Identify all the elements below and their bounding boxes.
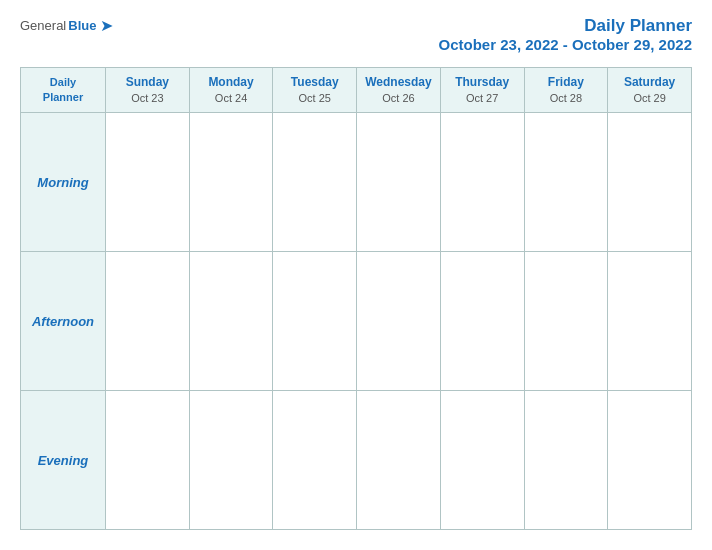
table-row-afternoon: Afternoon [21,252,692,391]
cell-morning-sun[interactable] [106,113,190,252]
page-header: General Blue ➤ Daily Planner October 23,… [20,16,692,53]
col-header-monday: Monday Oct 24 [189,68,273,113]
cell-morning-fri[interactable] [524,113,608,252]
cell-morning-sat[interactable] [608,113,692,252]
cell-evening-sat[interactable] [608,391,692,530]
cell-evening-fri[interactable] [524,391,608,530]
cell-evening-wed[interactable] [357,391,441,530]
col-header-saturday: Saturday Oct 29 [608,68,692,113]
row-label-evening: Evening [21,391,106,530]
cell-afternoon-sat[interactable] [608,252,692,391]
col-header-wednesday: Wednesday Oct 26 [357,68,441,113]
col-header-thursday: Thursday Oct 27 [440,68,524,113]
row-label-morning: Morning [21,113,106,252]
cell-morning-wed[interactable] [357,113,441,252]
table-header-row: Daily Planner Sunday Oct 23 Monday Oct 2… [21,68,692,113]
date-range: October 23, 2022 - October 29, 2022 [439,36,692,53]
col-header-tuesday: Tuesday Oct 25 [273,68,357,113]
title-area: Daily Planner October 23, 2022 - October… [439,16,692,53]
cell-afternoon-mon[interactable] [189,252,273,391]
table-row-evening: Evening [21,391,692,530]
cell-morning-thu[interactable] [440,113,524,252]
logo-blue-text: Blue [68,18,96,33]
table-label-header: Daily Planner [21,68,106,113]
cell-morning-mon[interactable] [189,113,273,252]
cell-afternoon-fri[interactable] [524,252,608,391]
page-title: Daily Planner [439,16,692,36]
col-header-friday: Friday Oct 28 [524,68,608,113]
row-label-afternoon: Afternoon [21,252,106,391]
logo-general-text: General [20,18,66,33]
cell-evening-tue[interactable] [273,391,357,530]
cell-evening-mon[interactable] [189,391,273,530]
cell-morning-tue[interactable] [273,113,357,252]
cell-afternoon-wed[interactable] [357,252,441,391]
cell-afternoon-thu[interactable] [440,252,524,391]
cell-afternoon-tue[interactable] [273,252,357,391]
logo-area: General Blue ➤ [20,16,113,35]
cell-afternoon-sun[interactable] [106,252,190,391]
logo: General Blue ➤ [20,16,113,35]
cell-evening-sun[interactable] [106,391,190,530]
table-row-morning: Morning [21,113,692,252]
cell-evening-thu[interactable] [440,391,524,530]
planner-table: Daily Planner Sunday Oct 23 Monday Oct 2… [20,67,692,530]
logo-bird-icon: ➤ [100,16,113,35]
col-header-sunday: Sunday Oct 23 [106,68,190,113]
